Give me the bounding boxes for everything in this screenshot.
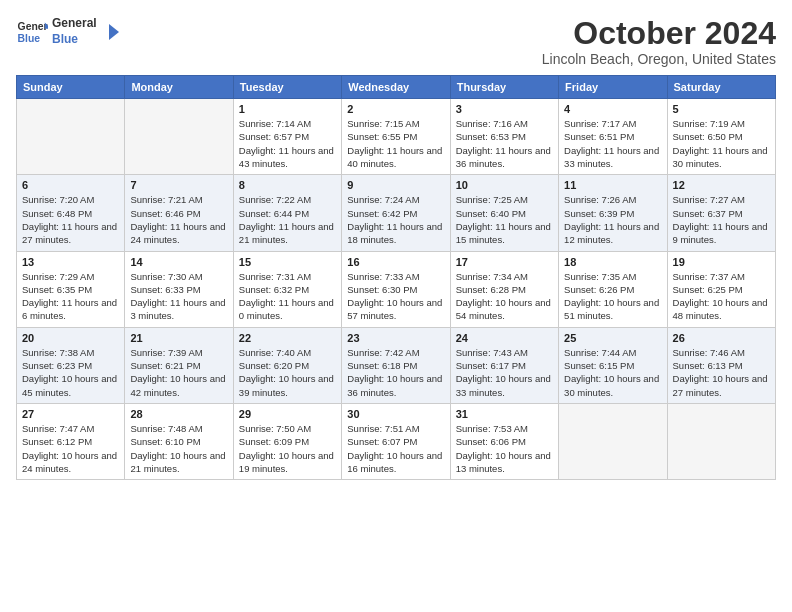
day-number: 23	[347, 332, 444, 344]
day-number: 9	[347, 179, 444, 191]
calendar-cell: 12Sunrise: 7:27 AMSunset: 6:37 PMDayligh…	[667, 175, 775, 251]
day-info: Sunrise: 7:35 AMSunset: 6:26 PMDaylight:…	[564, 270, 661, 323]
day-header-monday: Monday	[125, 76, 233, 99]
calendar-cell: 24Sunrise: 7:43 AMSunset: 6:17 PMDayligh…	[450, 327, 558, 403]
day-info: Sunrise: 7:14 AMSunset: 6:57 PMDaylight:…	[239, 117, 336, 170]
day-number: 3	[456, 103, 553, 115]
day-info: Sunrise: 7:17 AMSunset: 6:51 PMDaylight:…	[564, 117, 661, 170]
day-info: Sunrise: 7:34 AMSunset: 6:28 PMDaylight:…	[456, 270, 553, 323]
calendar-cell: 27Sunrise: 7:47 AMSunset: 6:12 PMDayligh…	[17, 403, 125, 479]
day-info: Sunrise: 7:43 AMSunset: 6:17 PMDaylight:…	[456, 346, 553, 399]
day-number: 28	[130, 408, 227, 420]
calendar-week-row: 13Sunrise: 7:29 AMSunset: 6:35 PMDayligh…	[17, 251, 776, 327]
calendar-cell: 11Sunrise: 7:26 AMSunset: 6:39 PMDayligh…	[559, 175, 667, 251]
day-info: Sunrise: 7:47 AMSunset: 6:12 PMDaylight:…	[22, 422, 119, 475]
calendar-cell	[125, 99, 233, 175]
svg-text:Blue: Blue	[18, 33, 41, 44]
svg-text:General: General	[18, 21, 48, 32]
day-number: 12	[673, 179, 770, 191]
calendar-cell: 8Sunrise: 7:22 AMSunset: 6:44 PMDaylight…	[233, 175, 341, 251]
calendar-cell: 22Sunrise: 7:40 AMSunset: 6:20 PMDayligh…	[233, 327, 341, 403]
calendar-cell: 17Sunrise: 7:34 AMSunset: 6:28 PMDayligh…	[450, 251, 558, 327]
day-info: Sunrise: 7:29 AMSunset: 6:35 PMDaylight:…	[22, 270, 119, 323]
day-number: 19	[673, 256, 770, 268]
day-info: Sunrise: 7:25 AMSunset: 6:40 PMDaylight:…	[456, 193, 553, 246]
day-info: Sunrise: 7:46 AMSunset: 6:13 PMDaylight:…	[673, 346, 770, 399]
day-number: 10	[456, 179, 553, 191]
calendar-cell: 3Sunrise: 7:16 AMSunset: 6:53 PMDaylight…	[450, 99, 558, 175]
calendar-body: 1Sunrise: 7:14 AMSunset: 6:57 PMDaylight…	[17, 99, 776, 480]
day-number: 13	[22, 256, 119, 268]
day-number: 29	[239, 408, 336, 420]
day-info: Sunrise: 7:44 AMSunset: 6:15 PMDaylight:…	[564, 346, 661, 399]
day-number: 22	[239, 332, 336, 344]
day-number: 4	[564, 103, 661, 115]
day-info: Sunrise: 7:15 AMSunset: 6:55 PMDaylight:…	[347, 117, 444, 170]
day-number: 26	[673, 332, 770, 344]
day-info: Sunrise: 7:37 AMSunset: 6:25 PMDaylight:…	[673, 270, 770, 323]
day-number: 2	[347, 103, 444, 115]
logo-text: General Blue	[52, 16, 97, 47]
calendar-table: SundayMondayTuesdayWednesdayThursdayFrid…	[16, 75, 776, 480]
location-title: Lincoln Beach, Oregon, United States	[542, 51, 776, 67]
title-area: October 2024 Lincoln Beach, Oregon, Unit…	[542, 16, 776, 67]
calendar-cell: 9Sunrise: 7:24 AMSunset: 6:42 PMDaylight…	[342, 175, 450, 251]
calendar-cell: 21Sunrise: 7:39 AMSunset: 6:21 PMDayligh…	[125, 327, 233, 403]
calendar-cell: 16Sunrise: 7:33 AMSunset: 6:30 PMDayligh…	[342, 251, 450, 327]
day-number: 30	[347, 408, 444, 420]
day-number: 5	[673, 103, 770, 115]
day-number: 31	[456, 408, 553, 420]
calendar-week-row: 27Sunrise: 7:47 AMSunset: 6:12 PMDayligh…	[17, 403, 776, 479]
calendar-cell: 14Sunrise: 7:30 AMSunset: 6:33 PMDayligh…	[125, 251, 233, 327]
day-info: Sunrise: 7:24 AMSunset: 6:42 PMDaylight:…	[347, 193, 444, 246]
day-info: Sunrise: 7:40 AMSunset: 6:20 PMDaylight:…	[239, 346, 336, 399]
calendar-cell: 18Sunrise: 7:35 AMSunset: 6:26 PMDayligh…	[559, 251, 667, 327]
day-number: 25	[564, 332, 661, 344]
logo-icon: General Blue	[16, 16, 48, 48]
day-info: Sunrise: 7:21 AMSunset: 6:46 PMDaylight:…	[130, 193, 227, 246]
logo: General Blue General Blue	[16, 16, 121, 48]
calendar-cell: 28Sunrise: 7:48 AMSunset: 6:10 PMDayligh…	[125, 403, 233, 479]
day-number: 21	[130, 332, 227, 344]
calendar-week-row: 1Sunrise: 7:14 AMSunset: 6:57 PMDaylight…	[17, 99, 776, 175]
month-title: October 2024	[542, 16, 776, 51]
calendar-cell: 29Sunrise: 7:50 AMSunset: 6:09 PMDayligh…	[233, 403, 341, 479]
calendar-cell: 10Sunrise: 7:25 AMSunset: 6:40 PMDayligh…	[450, 175, 558, 251]
calendar-cell: 25Sunrise: 7:44 AMSunset: 6:15 PMDayligh…	[559, 327, 667, 403]
day-number: 18	[564, 256, 661, 268]
day-info: Sunrise: 7:19 AMSunset: 6:50 PMDaylight:…	[673, 117, 770, 170]
day-header-sunday: Sunday	[17, 76, 125, 99]
day-header-friday: Friday	[559, 76, 667, 99]
day-header-saturday: Saturday	[667, 76, 775, 99]
day-info: Sunrise: 7:33 AMSunset: 6:30 PMDaylight:…	[347, 270, 444, 323]
calendar-cell: 26Sunrise: 7:46 AMSunset: 6:13 PMDayligh…	[667, 327, 775, 403]
calendar-cell: 23Sunrise: 7:42 AMSunset: 6:18 PMDayligh…	[342, 327, 450, 403]
svg-marker-3	[109, 24, 119, 40]
calendar-cell: 31Sunrise: 7:53 AMSunset: 6:06 PMDayligh…	[450, 403, 558, 479]
day-number: 16	[347, 256, 444, 268]
calendar-cell: 20Sunrise: 7:38 AMSunset: 6:23 PMDayligh…	[17, 327, 125, 403]
day-info: Sunrise: 7:16 AMSunset: 6:53 PMDaylight:…	[456, 117, 553, 170]
day-info: Sunrise: 7:22 AMSunset: 6:44 PMDaylight:…	[239, 193, 336, 246]
day-number: 7	[130, 179, 227, 191]
calendar-cell: 19Sunrise: 7:37 AMSunset: 6:25 PMDayligh…	[667, 251, 775, 327]
day-info: Sunrise: 7:53 AMSunset: 6:06 PMDaylight:…	[456, 422, 553, 475]
calendar-cell: 15Sunrise: 7:31 AMSunset: 6:32 PMDayligh…	[233, 251, 341, 327]
calendar-cell	[17, 99, 125, 175]
day-number: 6	[22, 179, 119, 191]
day-header-tuesday: Tuesday	[233, 76, 341, 99]
calendar-cell: 30Sunrise: 7:51 AMSunset: 6:07 PMDayligh…	[342, 403, 450, 479]
day-info: Sunrise: 7:27 AMSunset: 6:37 PMDaylight:…	[673, 193, 770, 246]
day-header-wednesday: Wednesday	[342, 76, 450, 99]
day-number: 27	[22, 408, 119, 420]
calendar-header-row: SundayMondayTuesdayWednesdayThursdayFrid…	[17, 76, 776, 99]
day-header-thursday: Thursday	[450, 76, 558, 99]
calendar-week-row: 20Sunrise: 7:38 AMSunset: 6:23 PMDayligh…	[17, 327, 776, 403]
day-number: 8	[239, 179, 336, 191]
calendar-cell: 1Sunrise: 7:14 AMSunset: 6:57 PMDaylight…	[233, 99, 341, 175]
day-info: Sunrise: 7:39 AMSunset: 6:21 PMDaylight:…	[130, 346, 227, 399]
calendar-cell: 5Sunrise: 7:19 AMSunset: 6:50 PMDaylight…	[667, 99, 775, 175]
day-info: Sunrise: 7:31 AMSunset: 6:32 PMDaylight:…	[239, 270, 336, 323]
day-info: Sunrise: 7:20 AMSunset: 6:48 PMDaylight:…	[22, 193, 119, 246]
calendar-cell: 6Sunrise: 7:20 AMSunset: 6:48 PMDaylight…	[17, 175, 125, 251]
